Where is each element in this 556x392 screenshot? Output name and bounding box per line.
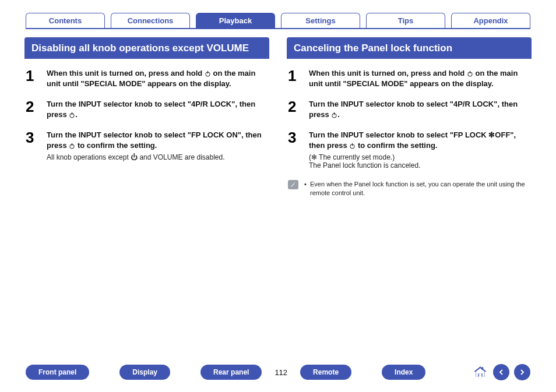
step-number: 2 bbox=[288, 99, 301, 119]
footer-bar: Front panel Display Rear panel 112 Remot… bbox=[0, 364, 556, 380]
tab-settings[interactable]: Settings bbox=[281, 13, 360, 28]
step-text: Turn the INPUT selector knob to select "… bbox=[47, 99, 266, 119]
note-text: Even when the Panel lock function is set… bbox=[304, 180, 528, 198]
power-icon bbox=[467, 70, 473, 77]
power-icon bbox=[205, 70, 211, 77]
text-seg: to confirm the setting. bbox=[356, 141, 437, 150]
step-text: When this unit is turned on, press and h… bbox=[47, 68, 266, 89]
svg-rect-12 bbox=[481, 367, 483, 369]
manual-page: Contents Connections Playback Settings T… bbox=[0, 0, 556, 392]
left-column: Disabling all knob operations except VOL… bbox=[24, 37, 269, 197]
step-number: 1 bbox=[288, 68, 301, 89]
step-subtext: (✻ The currently set mode.) The Panel lo… bbox=[309, 153, 528, 169]
nav-icon-group bbox=[472, 364, 530, 380]
power-icon bbox=[69, 143, 75, 149]
right-step-3: 3 Turn the INPUT selector knob to select… bbox=[288, 130, 528, 169]
text-seg: When this unit is turned on, press and h… bbox=[309, 69, 467, 77]
tab-underline bbox=[26, 28, 530, 29]
right-step-2: 2 Turn the INPUT selector knob to select… bbox=[288, 99, 528, 119]
next-page-icon[interactable] bbox=[514, 364, 530, 380]
nav-rear-panel[interactable]: Rear panel bbox=[200, 365, 262, 380]
power-icon bbox=[69, 112, 75, 118]
prev-page-icon[interactable] bbox=[493, 364, 509, 380]
text-seg: to confirm the setting. bbox=[75, 141, 157, 150]
step-number: 1 bbox=[26, 68, 38, 89]
step-text: Turn the INPUT selector knob to select "… bbox=[47, 130, 266, 150]
left-heading: Disabling all knob operations except VOL… bbox=[24, 37, 269, 59]
tab-appendix[interactable]: Appendix bbox=[451, 13, 530, 28]
pencil-icon bbox=[288, 180, 298, 189]
text-seg: . bbox=[75, 110, 78, 119]
note-block: Even when the Panel lock function is set… bbox=[288, 180, 528, 198]
content-area: Disabling all knob operations except VOL… bbox=[0, 37, 556, 197]
step-number: 3 bbox=[26, 130, 38, 161]
power-icon bbox=[349, 143, 356, 149]
page-number: 112 bbox=[269, 368, 293, 377]
text-seg: When this unit is turned on, press and h… bbox=[47, 69, 205, 77]
step-text: Turn the INPUT selector knob to select "… bbox=[309, 99, 528, 119]
right-heading: Canceling the Panel lock function bbox=[287, 37, 532, 59]
nav-front-panel[interactable]: Front panel bbox=[26, 365, 89, 380]
step-text: When this unit is turned on, press and h… bbox=[309, 68, 528, 89]
power-icon bbox=[331, 112, 337, 118]
text-seg: Turn the INPUT selector knob to select "… bbox=[47, 100, 255, 119]
left-step-1: 1 When this unit is turned on, press and… bbox=[26, 68, 266, 89]
tab-playback[interactable]: Playback bbox=[196, 13, 275, 28]
text-seg: Turn the INPUT selector knob to select "… bbox=[309, 100, 518, 119]
step-number: 2 bbox=[26, 99, 38, 119]
tab-contents[interactable]: Contents bbox=[26, 13, 105, 28]
right-column: Canceling the Panel lock function 1 When… bbox=[287, 37, 532, 197]
right-step-1: 1 When this unit is turned on, press and… bbox=[288, 68, 528, 89]
top-tabs: Contents Connections Playback Settings T… bbox=[0, 0, 556, 28]
step-number: 3 bbox=[288, 130, 301, 169]
step-text: Turn the INPUT selector knob to select "… bbox=[309, 130, 528, 150]
tab-connections[interactable]: Connections bbox=[111, 13, 190, 28]
nav-index[interactable]: Index bbox=[382, 365, 425, 380]
home-icon[interactable] bbox=[472, 364, 488, 380]
text-seg: . bbox=[337, 110, 340, 119]
tab-tips[interactable]: Tips bbox=[366, 13, 445, 28]
left-step-2: 2 Turn the INPUT selector knob to select… bbox=[26, 99, 266, 119]
nav-display[interactable]: Display bbox=[119, 365, 170, 380]
left-step-3: 3 Turn the INPUT selector knob to select… bbox=[26, 130, 266, 161]
step-subtext: All knob operations except ⏻ and VOLUME … bbox=[47, 153, 266, 161]
nav-remote[interactable]: Remote bbox=[300, 365, 351, 380]
